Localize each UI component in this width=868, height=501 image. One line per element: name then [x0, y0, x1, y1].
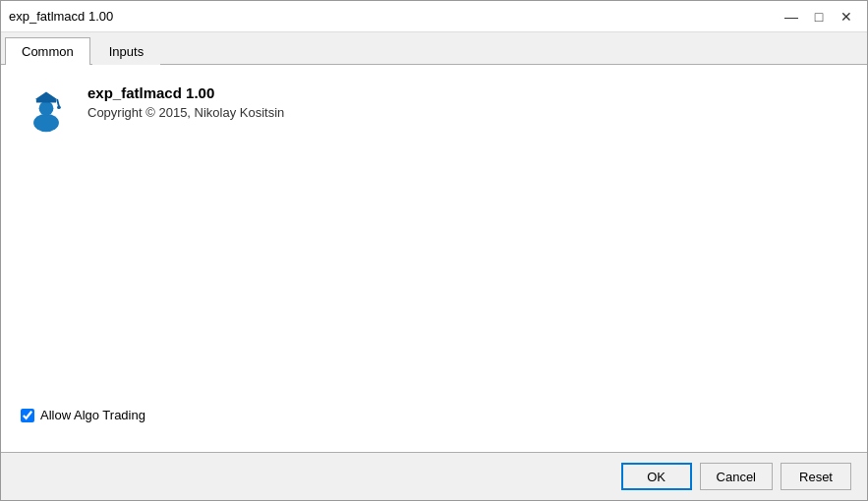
svg-line-4 — [57, 99, 59, 106]
expert-avatar-icon — [23, 86, 70, 134]
expert-header: exp_fatlmacd 1.00 Copyright © 2015, Niko… — [21, 84, 847, 136]
window-controls: — □ ✕ — [779, 5, 859, 28]
svg-point-1 — [39, 101, 54, 116]
cancel-button[interactable]: Cancel — [700, 463, 773, 490]
tab-inputs[interactable]: Inputs — [92, 37, 160, 65]
allow-algo-label[interactable]: Allow Algo Trading — [40, 408, 145, 422]
allow-algo-section: Allow Algo Trading — [21, 398, 847, 432]
tab-inputs-label: Inputs — [109, 44, 144, 59]
main-window: exp_fatlmacd 1.00 — □ ✕ Common Inputs — [0, 0, 868, 501]
svg-point-5 — [57, 105, 61, 109]
close-button[interactable]: ✕ — [834, 5, 859, 28]
tab-common[interactable]: Common — [5, 37, 90, 65]
title-bar: exp_fatlmacd 1.00 — □ ✕ — [1, 1, 867, 32]
expert-info: exp_fatlmacd 1.00 Copyright © 2015, Niko… — [87, 84, 284, 120]
window-title: exp_fatlmacd 1.00 — [9, 9, 113, 24]
tab-bar: Common Inputs — [1, 32, 867, 65]
minimize-button[interactable]: — — [779, 5, 804, 28]
allow-algo-wrapper: Allow Algo Trading — [21, 408, 145, 422]
expert-name: exp_fatlmacd 1.00 — [87, 84, 284, 101]
ok-button[interactable]: OK — [621, 463, 692, 490]
allow-algo-checkbox[interactable] — [21, 409, 34, 422]
footer: OK Cancel Reset — [1, 452, 867, 500]
expert-icon — [21, 84, 72, 136]
tab-common-label: Common — [22, 44, 74, 59]
expert-copyright: Copyright © 2015, Nikolay Kositsin — [87, 105, 284, 120]
content-spacer — [21, 155, 847, 398]
maximize-button[interactable]: □ — [806, 5, 832, 28]
content-area: exp_fatlmacd 1.00 Copyright © 2015, Niko… — [1, 65, 867, 452]
svg-point-0 — [33, 114, 59, 132]
reset-button[interactable]: Reset — [781, 463, 851, 490]
